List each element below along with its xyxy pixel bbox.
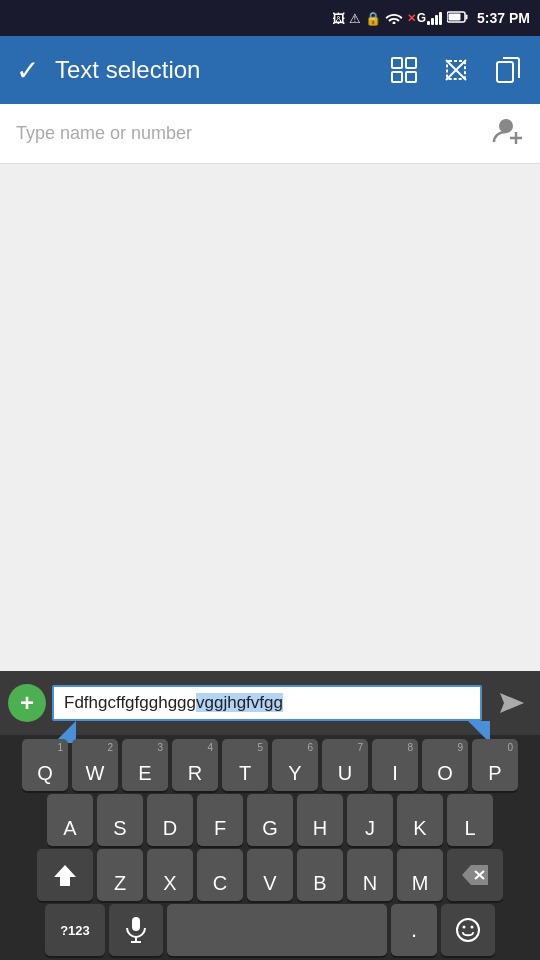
- svg-marker-19: [54, 865, 76, 885]
- keyboard-row-3: Z X C V B N M: [2, 849, 538, 901]
- bottom-area: + Fdfhgcffgfgghgggvggjhgfvfgg 1Q 2W 3E 4…: [0, 671, 540, 960]
- key-z[interactable]: Z: [97, 849, 143, 901]
- text-before: Fdfhgcffgfgghggg: [64, 693, 196, 712]
- key-q-hint: 1: [57, 742, 63, 753]
- key-o-hint: 9: [457, 742, 463, 753]
- key-m[interactable]: M: [397, 849, 443, 901]
- svg-rect-6: [466, 14, 468, 19]
- svg-rect-14: [497, 62, 513, 82]
- status-time: 5:37 PM: [477, 10, 530, 26]
- emoji-button[interactable]: [441, 904, 495, 956]
- action-bar: ✓ Text selection: [0, 36, 540, 104]
- image-icon: 🖼: [332, 11, 345, 26]
- period-button[interactable]: .: [391, 904, 437, 956]
- svg-rect-8: [406, 58, 416, 68]
- main-content: [0, 164, 540, 671]
- lock-icon: 🔒: [365, 11, 381, 26]
- key-l[interactable]: L: [447, 794, 493, 846]
- wifi-icon: [385, 10, 403, 27]
- key-q[interactable]: 1Q: [22, 739, 68, 791]
- status-bar: 🖼 ⚠ 🔒 ✕ G: [0, 0, 540, 36]
- key-u[interactable]: 7U: [322, 739, 368, 791]
- svg-rect-3: [439, 12, 442, 25]
- key-e[interactable]: 3E: [122, 739, 168, 791]
- svg-rect-9: [392, 72, 402, 82]
- message-input-box[interactable]: Fdfhgcffgfgghgggvggjhgfvfgg: [52, 685, 482, 721]
- svg-point-26: [457, 919, 479, 941]
- status-icons: 🖼 ⚠ 🔒 ✕ G: [332, 10, 530, 27]
- key-g[interactable]: G: [247, 794, 293, 846]
- keyboard-row-2: A S D F G H J K L: [2, 794, 538, 846]
- key-x[interactable]: X: [147, 849, 193, 901]
- key-r[interactable]: 4R: [172, 739, 218, 791]
- key-c[interactable]: C: [197, 849, 243, 901]
- key-p-hint: 0: [507, 742, 513, 753]
- svg-rect-0: [427, 21, 430, 25]
- copy-icon-button[interactable]: [484, 46, 532, 94]
- svg-rect-23: [132, 917, 140, 931]
- crop-icon-button[interactable]: [432, 46, 480, 94]
- space-button[interactable]: [167, 904, 387, 956]
- key-n[interactable]: N: [347, 849, 393, 901]
- key-h[interactable]: H: [297, 794, 343, 846]
- key-t-hint: 5: [257, 742, 263, 753]
- key-o[interactable]: 9O: [422, 739, 468, 791]
- key-e-hint: 3: [157, 742, 163, 753]
- backspace-button[interactable]: [447, 849, 503, 901]
- key-j[interactable]: J: [347, 794, 393, 846]
- key-p[interactable]: 0P: [472, 739, 518, 791]
- svg-rect-1: [431, 18, 434, 25]
- key-a[interactable]: A: [47, 794, 93, 846]
- num-switch-button[interactable]: ?123: [45, 904, 105, 956]
- key-i-hint: 8: [407, 742, 413, 753]
- message-row: + Fdfhgcffgfgghgggvggjhgfvfgg: [0, 671, 540, 735]
- key-u-hint: 7: [357, 742, 363, 753]
- key-i[interactable]: 8I: [372, 739, 418, 791]
- search-area: [0, 104, 540, 164]
- add-contact-button[interactable]: [492, 114, 524, 153]
- svg-rect-2: [435, 15, 438, 25]
- svg-rect-20: [60, 883, 70, 886]
- svg-point-28: [471, 926, 474, 929]
- keyboard-row-1: 1Q 2W 3E 4R 5T 6Y 7U 8I 9O 0P: [2, 739, 538, 791]
- warning-icon: ⚠: [349, 11, 361, 26]
- keyboard: 1Q 2W 3E 4R 5T 6Y 7U 8I 9O 0P A S D F G …: [0, 735, 540, 960]
- key-w-hint: 2: [107, 742, 113, 753]
- svg-rect-7: [392, 58, 402, 68]
- svg-point-27: [463, 926, 466, 929]
- send-button[interactable]: [488, 681, 532, 725]
- mic-button[interactable]: [109, 904, 163, 956]
- message-text[interactable]: Fdfhgcffgfgghgggvggjhgfvfgg: [64, 693, 470, 713]
- check-button[interactable]: ✓: [8, 46, 47, 95]
- key-r-hint: 4: [207, 742, 213, 753]
- key-y-hint: 6: [307, 742, 313, 753]
- search-input[interactable]: [16, 123, 492, 144]
- action-bar-title: Text selection: [51, 56, 376, 84]
- grid-icon-button[interactable]: [380, 46, 428, 94]
- key-k[interactable]: K: [397, 794, 443, 846]
- battery-icon: [447, 11, 469, 26]
- add-button[interactable]: +: [8, 684, 46, 722]
- key-s[interactable]: S: [97, 794, 143, 846]
- key-y[interactable]: 6Y: [272, 739, 318, 791]
- selected-text[interactable]: vggjhgfvfgg: [196, 693, 283, 712]
- key-v[interactable]: V: [247, 849, 293, 901]
- svg-marker-18: [500, 693, 524, 713]
- text-input-container: Fdfhgcffgfgghgggvggjhgfvfgg: [52, 685, 482, 721]
- svg-rect-5: [449, 13, 461, 20]
- key-b[interactable]: B: [297, 849, 343, 901]
- signal-icon: ✕ G: [407, 11, 443, 25]
- key-d[interactable]: D: [147, 794, 193, 846]
- key-w[interactable]: 2W: [72, 739, 118, 791]
- keyboard-row-4: ?123 .: [2, 904, 538, 956]
- key-t[interactable]: 5T: [222, 739, 268, 791]
- svg-rect-10: [406, 72, 416, 82]
- key-f[interactable]: F: [197, 794, 243, 846]
- shift-button[interactable]: [37, 849, 93, 901]
